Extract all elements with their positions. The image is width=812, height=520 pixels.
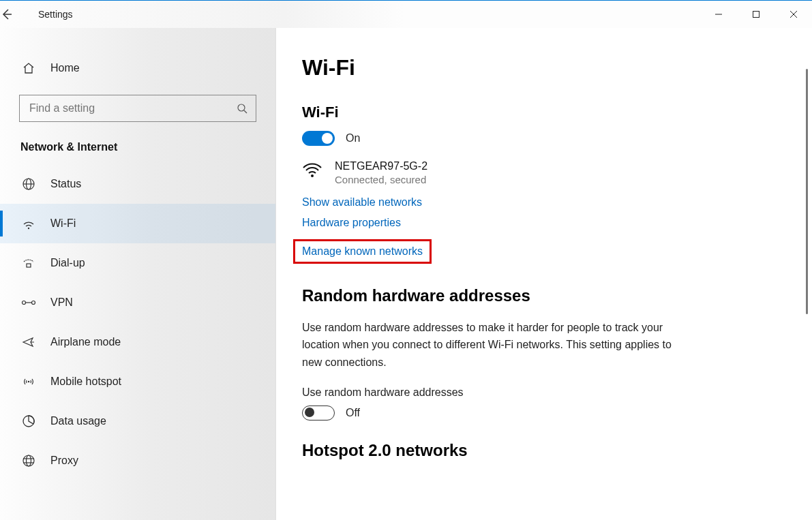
- search-input[interactable]: [19, 95, 256, 122]
- titlebar: Settings: [0, 1, 812, 28]
- sidebar-item-wifi[interactable]: Wi-Fi: [0, 204, 275, 243]
- sidebar-item-label: Proxy: [50, 455, 78, 467]
- data-usage-icon: [20, 414, 37, 428]
- random-hw-toggle-state: Off: [346, 407, 360, 419]
- svg-point-15: [28, 381, 30, 383]
- random-hw-description: Use random hardware addresses to make it…: [302, 319, 684, 371]
- sidebar-item-datausage[interactable]: Data usage: [0, 401, 275, 441]
- network-ssid: NETGEAR97-5G-2: [335, 159, 427, 174]
- sidebar-item-proxy[interactable]: Proxy: [0, 441, 275, 480]
- connected-network[interactable]: NETGEAR97-5G-2 Connected, secured: [302, 159, 798, 185]
- vpn-icon: [20, 296, 37, 309]
- manage-known-networks-link[interactable]: Manage known networks: [295, 241, 430, 262]
- svg-point-13: [32, 301, 35, 305]
- svg-point-10: [28, 228, 29, 229]
- close-button[interactable]: [775, 1, 812, 28]
- sidebar-item-dialup[interactable]: Dial-up: [0, 243, 275, 283]
- sidebar-item-vpn[interactable]: VPN: [0, 283, 275, 322]
- sidebar-item-label: Data usage: [50, 415, 106, 427]
- sidebar-item-label: Dial-up: [50, 257, 85, 269]
- svg-line-6: [244, 110, 247, 113]
- sidebar-item-label: Wi-Fi: [50, 217, 76, 230]
- sidebar-item-airplane[interactable]: Airplane mode: [0, 322, 275, 362]
- main-content: Wi-Fi Wi-Fi On NETGEAR97-5G-2 Connected,…: [276, 28, 812, 520]
- search-icon: [237, 103, 247, 114]
- wifi-section-heading: Wi-Fi: [302, 104, 798, 121]
- proxy-icon: [20, 454, 37, 468]
- home-button[interactable]: Home: [0, 48, 275, 88]
- sidebar-category: Network & Internet: [0, 134, 275, 160]
- back-button[interactable]: [0, 7, 34, 21]
- svg-rect-2: [753, 12, 759, 18]
- wifi-toggle-state: On: [346, 132, 360, 144]
- page-title: Wi-Fi: [302, 55, 798, 80]
- settings-window: Settings Home: [0, 0, 812, 520]
- sidebar-item-label: VPN: [50, 296, 73, 309]
- svg-point-18: [27, 455, 31, 466]
- airplane-icon: [20, 335, 37, 349]
- svg-point-5: [238, 104, 245, 111]
- window-controls: [700, 1, 812, 28]
- network-status: Connected, secured: [335, 174, 427, 185]
- home-label: Home: [50, 62, 80, 74]
- nav-list: Status Wi-Fi Dial-up: [0, 160, 275, 480]
- search-field[interactable]: [28, 102, 237, 115]
- sidebar-item-label: Status: [50, 178, 81, 190]
- scrollbar[interactable]: [806, 69, 808, 314]
- sidebar-item-label: Airplane mode: [50, 336, 121, 348]
- sidebar-item-label: Mobile hotspot: [50, 376, 121, 388]
- sidebar: Home Network & Internet Status: [0, 28, 276, 520]
- hotspot-heading: Hotspot 2.0 networks: [302, 441, 798, 460]
- dialup-icon: [20, 256, 37, 270]
- show-available-networks-link[interactable]: Show available networks: [302, 196, 798, 209]
- sidebar-item-status[interactable]: Status: [0, 164, 275, 204]
- svg-point-17: [23, 455, 34, 466]
- random-hw-toggle[interactable]: [302, 406, 335, 420]
- globe-icon: [20, 177, 37, 191]
- svg-point-12: [22, 301, 26, 305]
- random-hw-sublabel: Use random hardware addresses: [302, 386, 798, 399]
- random-hw-heading: Random hardware addresses: [302, 286, 798, 305]
- window-title: Settings: [34, 9, 73, 20]
- svg-rect-11: [27, 264, 31, 267]
- wifi-signal-icon: [302, 159, 325, 179]
- minimize-button[interactable]: [700, 1, 737, 28]
- wifi-toggle[interactable]: [302, 131, 335, 146]
- svg-point-21: [311, 174, 314, 177]
- hotspot-icon: [20, 375, 37, 388]
- wifi-icon: [20, 217, 37, 230]
- hardware-properties-link[interactable]: Hardware properties: [302, 217, 798, 229]
- home-icon: [20, 61, 37, 75]
- sidebar-item-hotspot[interactable]: Mobile hotspot: [0, 362, 275, 401]
- maximize-button[interactable]: [737, 1, 775, 28]
